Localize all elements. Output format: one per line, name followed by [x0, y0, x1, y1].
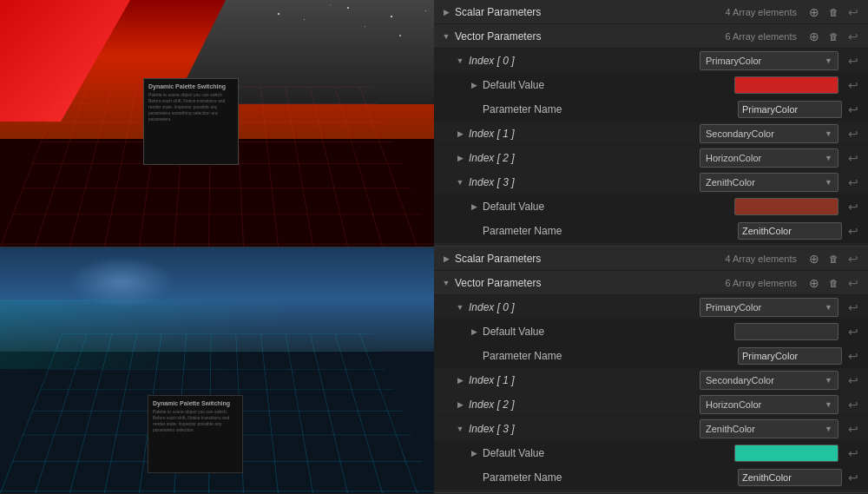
index3-param-row-bottom[interactable]: Parameter Name ↩: [434, 465, 868, 490]
index0-expand-bottom[interactable]: [455, 302, 465, 313]
index3-default-row-top[interactable]: Default Value ↩: [434, 194, 868, 219]
index0-label-bottom: Index [ 0 ]: [469, 301, 700, 313]
vector-count-top: 6 Array elements: [725, 31, 797, 42]
index0-reset-top[interactable]: ↩: [845, 53, 861, 69]
index0-default-row-bottom[interactable]: Default Value ↩: [434, 319, 868, 344]
index0-expand-top[interactable]: [455, 56, 465, 66]
index3-row-top[interactable]: Index [ 3 ] ZenithColor ▼ ↩: [434, 170, 868, 194]
scalar-add-btn-bottom[interactable]: ⊕: [806, 250, 823, 267]
index2-row-top[interactable]: Index [ 2 ] HorizonColor ▼ ↩: [434, 146, 868, 170]
index0-dropdown-value-top: PrimaryColor: [706, 56, 761, 66]
index0-default-row-top[interactable]: Default Value ↩: [434, 73, 868, 97]
vector-params-row-top[interactable]: Vector Parameters 6 Array elements ⊕ 🗑 ↩: [434, 24, 868, 49]
sign-top-title: Dynamic Palette Switching: [148, 83, 233, 89]
index1-dropdown-top[interactable]: SecondaryColor ▼: [700, 124, 838, 143]
index3-param-input-top[interactable]: [738, 222, 842, 240]
index0-reset-bottom[interactable]: ↩: [845, 300, 861, 315]
index0-param-reset-top[interactable]: ↩: [845, 102, 861, 117]
index3-reset-bottom[interactable]: ↩: [845, 421, 861, 437]
vector-label-top: Vector Parameters: [455, 30, 725, 43]
index1-label-bottom: Index [ 1 ]: [469, 374, 700, 386]
index2-reset-top[interactable]: ↩: [845, 150, 861, 166]
scalar-trash-btn-top[interactable]: 🗑: [825, 3, 842, 21]
scalar-params-row-top[interactable]: Scalar Parameters 4 Array elements ⊕ 🗑 ↩: [434, 0, 868, 24]
index0-default-expand-bottom[interactable]: [469, 326, 479, 337]
index3-default-expand-bottom[interactable]: [469, 448, 479, 458]
vector-params-row-bottom[interactable]: Vector Parameters 6 Array elements ⊕ 🗑 ↩: [434, 271, 868, 295]
sign-top-text: Palette to scene object you can switch. …: [148, 92, 233, 122]
index0-param-input-bottom[interactable]: [738, 347, 842, 365]
properties-panel: Scalar Parameters 4 Array elements ⊕ 🗑 ↩…: [434, 0, 868, 494]
vector-expand-arrow-bottom[interactable]: [441, 278, 451, 288]
vector-expand-arrow-top[interactable]: [441, 31, 451, 42]
index1-expand-top[interactable]: [455, 128, 465, 139]
index3-param-reset-top[interactable]: ↩: [845, 223, 861, 239]
vector-add-btn-top[interactable]: ⊕: [806, 28, 823, 45]
index2-row-bottom[interactable]: Index [ 2 ] HorizonColor ▼ ↩: [434, 392, 868, 417]
index2-dropdown-value-bottom: HorizonColor: [706, 399, 761, 410]
index3-color-swatch-bottom[interactable]: [734, 445, 838, 462]
index2-dropdown-bottom[interactable]: HorizonColor ▼: [700, 395, 838, 414]
sign-bottom-title: Dynamic Palette Switching: [153, 400, 238, 406]
index1-chevron-top: ▼: [825, 129, 832, 138]
index0-color-swatch-top[interactable]: [734, 76, 838, 94]
index2-expand-bottom[interactable]: [455, 399, 465, 410]
index3-default-expand-top[interactable]: [469, 201, 479, 212]
viewport-bottom[interactable]: Dynamic Palette Switching Palette to sce…: [0, 247, 434, 493]
index3-default-reset-bottom[interactable]: ↩: [845, 445, 861, 461]
index0-row-top[interactable]: Index [ 0 ] PrimaryColor ▼ ↩: [434, 49, 868, 73]
index1-row-bottom[interactable]: Index [ 1 ] SecondaryColor ▼ ↩: [434, 368, 868, 392]
scalar-expand-arrow-bottom[interactable]: [441, 254, 451, 264]
index3-dropdown-bottom[interactable]: ZenithColor ▼: [700, 419, 838, 438]
scalar-label-top: Scalar Parameters: [455, 6, 725, 18]
scalar-params-row-bottom[interactable]: Scalar Parameters 4 Array elements ⊕ 🗑 ↩: [434, 247, 868, 271]
index0-default-label-bottom: Default Value: [483, 326, 734, 338]
index0-param-label-top: Parameter Name: [483, 103, 738, 115]
index0-param-row-bottom[interactable]: Parameter Name ↩: [434, 344, 868, 368]
index1-reset-top[interactable]: ↩: [845, 126, 861, 142]
vector-reset-btn-top[interactable]: ↩: [845, 29, 861, 44]
index0-default-reset-top[interactable]: ↩: [845, 77, 861, 93]
scalar-expand-arrow-top[interactable]: [441, 7, 451, 17]
index0-param-input-top[interactable]: [738, 101, 842, 118]
vector-trash-btn-bottom[interactable]: 🗑: [825, 274, 842, 292]
index3-param-row-top[interactable]: Parameter Name ↩: [434, 219, 868, 243]
index3-row-bottom[interactable]: Index [ 3 ] ZenithColor ▼ ↩: [434, 417, 868, 441]
index0-param-row-top[interactable]: Parameter Name ↩: [434, 97, 868, 122]
index2-expand-top[interactable]: [455, 153, 465, 163]
viewports-panel: Dynamic Palette Switching Palette to sce…: [0, 0, 434, 494]
index3-reset-top[interactable]: ↩: [845, 175, 861, 190]
index1-dropdown-bottom[interactable]: SecondaryColor ▼: [700, 371, 838, 390]
scalar-reset-btn-bottom[interactable]: ↩: [845, 251, 861, 267]
vector-trash-btn-top[interactable]: 🗑: [825, 28, 842, 45]
index3-param-reset-bottom[interactable]: ↩: [845, 470, 861, 485]
index3-expand-top[interactable]: [455, 177, 465, 188]
vector-reset-btn-bottom[interactable]: ↩: [845, 275, 861, 291]
index3-default-row-bottom[interactable]: Default Value ↩: [434, 441, 868, 465]
index0-param-reset-bottom[interactable]: ↩: [845, 348, 861, 364]
scalar-reset-btn-top[interactable]: ↩: [845, 4, 861, 20]
index3-color-swatch-top[interactable]: [734, 198, 838, 215]
index3-expand-bottom[interactable]: [455, 424, 465, 434]
index3-chevron-top: ▼: [825, 178, 832, 187]
scalar-count-bottom: 4 Array elements: [725, 254, 797, 264]
index0-color-swatch-bottom[interactable]: [734, 323, 838, 340]
index2-reset-bottom[interactable]: ↩: [845, 397, 861, 412]
vector-add-btn-bottom[interactable]: ⊕: [806, 274, 823, 292]
index3-param-input-bottom[interactable]: [738, 469, 842, 486]
index1-row-top[interactable]: Index [ 1 ] SecondaryColor ▼ ↩: [434, 122, 868, 146]
index0-default-expand-top[interactable]: [469, 80, 479, 90]
scalar-trash-btn-bottom[interactable]: 🗑: [825, 250, 842, 267]
index0-default-reset-bottom[interactable]: ↩: [845, 324, 861, 339]
index0-dropdown-bottom[interactable]: PrimaryColor ▼: [700, 298, 838, 317]
index0-row-bottom[interactable]: Index [ 0 ] PrimaryColor ▼ ↩: [434, 295, 868, 319]
index0-dropdown-top[interactable]: PrimaryColor ▼: [700, 51, 838, 70]
index3-dropdown-top[interactable]: ZenithColor ▼: [700, 173, 838, 192]
scalar-add-btn-top[interactable]: ⊕: [806, 3, 823, 21]
vector-count-bottom: 6 Array elements: [725, 278, 797, 288]
index3-default-reset-top[interactable]: ↩: [845, 199, 861, 214]
index1-reset-bottom[interactable]: ↩: [845, 372, 861, 388]
viewport-top[interactable]: Dynamic Palette Switching Palette to sce…: [0, 0, 434, 247]
index2-dropdown-top[interactable]: HorizonColor ▼: [700, 148, 838, 168]
index1-expand-bottom[interactable]: [455, 375, 465, 385]
